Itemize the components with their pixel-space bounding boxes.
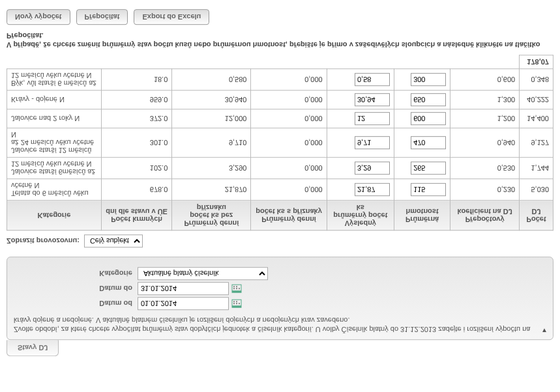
svg-rect-5 [233, 301, 235, 303]
cell-prum-s: 0,000 [251, 109, 327, 128]
col-vysledny: Výsledný průměrný počet ks [327, 201, 394, 231]
cell-koef: 0,940 [450, 128, 520, 158]
cell-category: Krávy - dojené N [7, 91, 102, 109]
cell-hmotnost [394, 158, 450, 179]
cell-koef: 0,230 [450, 179, 520, 201]
vysledny-input[interactable] [355, 184, 390, 197]
cell-category: Jalovice starší 12 měsíců až 24 měsíců v… [7, 128, 102, 158]
calendar-icon[interactable] [231, 284, 242, 294]
cell-vysledny [327, 69, 394, 91]
date-to-label: Datum do [14, 285, 138, 293]
vysledny-input[interactable] [355, 162, 390, 175]
total-dj: 178,07 [520, 55, 553, 69]
svg-rect-11 [239, 288, 240, 290]
hmotnost-input[interactable] [411, 137, 446, 150]
col-kategorie: Kategorie [7, 201, 102, 231]
export-excel-button[interactable]: Export do Excelu [134, 9, 209, 25]
table-row: Jalovice starší 12 měsíců až 24 měsíců v… [7, 128, 553, 158]
svg-rect-6 [236, 301, 237, 303]
category-select[interactable]: Aktuálně platný číselník [138, 268, 268, 281]
date-from-input[interactable] [138, 298, 229, 311]
cell-hmotnost [394, 69, 450, 91]
table-row: Telata do 6 měsíců věku včetně N678.021,… [7, 179, 553, 201]
cell-krmne-dni: 372.0 [101, 109, 171, 128]
svg-rect-4 [239, 303, 240, 305]
cell-prum-s: 0,000 [251, 179, 327, 201]
cell-category: Jalovice nad 2 roky N [7, 109, 102, 128]
vysledny-input[interactable] [355, 137, 390, 150]
cell-dj: 1,744 [520, 158, 553, 179]
cell-koef: 1,300 [450, 91, 520, 109]
hmotnost-input[interactable] [411, 113, 446, 126]
provozovna-select[interactable]: Celý subjekt [84, 235, 143, 248]
cell-krmne-dni: 102.0 [101, 158, 171, 179]
data-table: Kategorie Počet krmných dní dle stavu v … [7, 55, 553, 231]
cell-prum-s: 0,000 [251, 158, 327, 179]
col-pocet-dj: Počet DJ [520, 201, 553, 231]
svg-rect-2 [233, 303, 235, 305]
vysledny-input[interactable] [355, 113, 390, 126]
cell-hmotnost [394, 179, 450, 201]
cell-vysledny [327, 128, 394, 158]
col-prep-koef: Přepočtový koeficient na DJ [450, 201, 520, 231]
cell-koef: 0,530 [450, 158, 520, 179]
category-label: Kategorie [14, 270, 138, 278]
cell-krmne-dni: 959.0 [101, 91, 171, 109]
vysledny-input[interactable] [355, 94, 390, 107]
vysledny-input[interactable] [355, 74, 390, 87]
cell-prum-bez: 21,870 [172, 179, 251, 201]
cell-koef: 1,200 [450, 109, 520, 128]
col-prum-s: Průměrný denní počet ks s příznaky [251, 201, 327, 231]
description-text: Zvolte období, za které chcete vypočítat… [14, 316, 546, 335]
table-total-row: 178,07 [7, 55, 553, 69]
svg-rect-13 [236, 287, 237, 288]
cell-vysledny [327, 158, 394, 179]
cell-krmne-dni: 301.0 [101, 128, 171, 158]
hmotnost-input[interactable] [411, 162, 446, 175]
table-row: Býk, vůl starší 6 měsíců až 12 měsíců vě… [7, 69, 553, 91]
date-to-input[interactable] [138, 283, 229, 296]
novy-vypocet-button[interactable]: Nový výpočet [7, 9, 70, 25]
tab-stavy-dj[interactable]: Stavy DJ [7, 340, 59, 356]
cell-prum-bez: 0,580 [172, 69, 251, 91]
cell-krmne-dni: 18.0 [101, 69, 171, 91]
cell-hmotnost [394, 91, 450, 109]
provozovna-label: Zobrazit provozovnu: [7, 238, 80, 245]
cell-prum-s: 0,000 [251, 91, 327, 109]
calendar-icon[interactable] [231, 299, 242, 309]
cell-dj: 9,127 [520, 128, 553, 158]
cell-category: Býk, vůl starší 6 měsíců až 12 měsíců vě… [7, 69, 102, 91]
table-row: Krávy - dojené N959.030,9400,0001,30040,… [7, 91, 553, 109]
hmotnost-input[interactable] [411, 74, 446, 87]
cell-category: Telata do 6 měsíců věku včetně N [7, 179, 102, 201]
cell-prum-s: 0,000 [251, 128, 327, 158]
cell-vysledny [327, 179, 394, 201]
cell-prum-bez: 30,940 [172, 91, 251, 109]
cell-hmotnost [394, 109, 450, 128]
cell-prum-bez: 3,290 [172, 158, 251, 179]
svg-rect-12 [233, 287, 235, 288]
col-pocet-krmnych: Počet krmných dní dle stavu v ÚE [101, 201, 171, 231]
date-from-label: Datum od [14, 300, 138, 308]
svg-rect-3 [236, 303, 237, 305]
description-panel: ▾ Zvolte období, za které chcete vypočít… [7, 257, 553, 341]
hmotnost-input[interactable] [411, 94, 446, 107]
collapse-icon[interactable]: ▾ [542, 326, 546, 335]
svg-rect-1 [232, 306, 241, 308]
hmotnost-input[interactable] [411, 184, 446, 197]
cell-koef: 0,600 [450, 69, 520, 91]
cell-prum-bez: 9,710 [172, 128, 251, 158]
cell-hmotnost [394, 128, 450, 158]
cell-dj: 0,348 [520, 69, 553, 91]
table-row: Jalovice starší 6měsíců až 12 měsíců věk… [7, 158, 553, 179]
cell-vysledny [327, 109, 394, 128]
cell-krmne-dni: 678.0 [101, 179, 171, 201]
cell-category: Jalovice starší 6měsíců až 12 měsíců věk… [7, 158, 102, 179]
cell-dj: 40,222 [520, 91, 553, 109]
cell-vysledny [327, 91, 394, 109]
prepocitat-button[interactable]: Přepočítat [76, 9, 128, 25]
svg-rect-10 [236, 288, 237, 290]
instruction-note: V případě, že chcete změnit průměrný sta… [7, 31, 553, 50]
cell-prum-bez: 12,000 [172, 109, 251, 128]
svg-rect-9 [233, 288, 235, 290]
